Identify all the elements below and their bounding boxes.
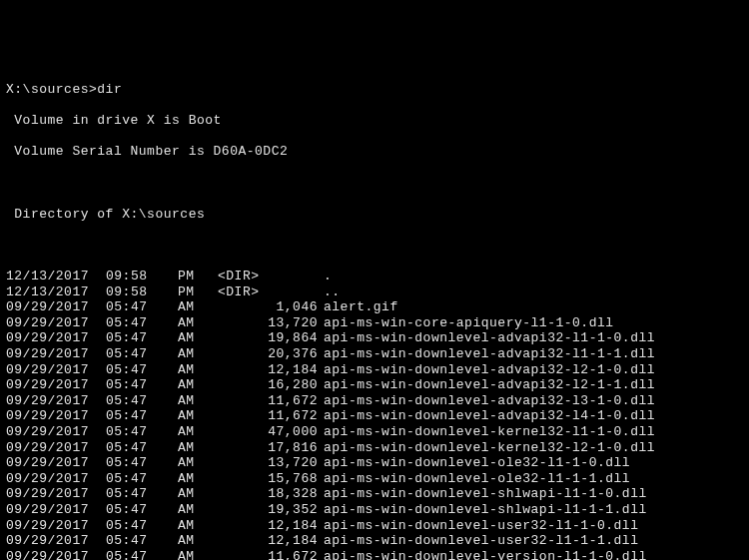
file-size: 20,376	[208, 346, 318, 362]
volume-label: Volume in drive X is Boot	[6, 113, 743, 129]
file-ampm: AM	[178, 471, 202, 487]
command-prompt: X:\sources>dir	[6, 82, 743, 98]
file-time: 05:47	[106, 533, 178, 549]
file-time: 05:47	[106, 408, 178, 424]
file-row: 09/29/201705:47AM11,672api-ms-win-downle…	[6, 408, 743, 424]
file-size: 11,672	[208, 408, 318, 424]
file-row: 09/29/201705:47AM13,720api-ms-win-downle…	[6, 455, 743, 471]
file-date: 09/29/2017	[6, 408, 94, 424]
file-row: 09/29/201705:47AM11,672api-ms-win-downle…	[6, 393, 743, 409]
file-row: 09/29/201705:47AM19,864api-ms-win-downle…	[6, 330, 743, 346]
file-ampm: AM	[178, 362, 202, 378]
file-size: 47,000	[208, 424, 318, 440]
dir-marker: <DIR>	[208, 269, 318, 284]
file-ampm: AM	[178, 408, 202, 424]
file-listing: 12/13/201709:58PM<DIR>.12/13/201709:58PM…	[6, 269, 743, 560]
file-row: 12/13/201709:58PM<DIR>..	[6, 284, 743, 300]
file-date: 09/29/2017	[6, 518, 94, 534]
file-time: 05:47	[106, 299, 178, 315]
file-time: 05:47	[106, 346, 178, 362]
file-row: 09/29/201705:47AM13,720api-ms-win-core-a…	[6, 315, 743, 331]
file-size: 11,672	[208, 549, 318, 560]
dir-marker: <DIR>	[208, 284, 318, 300]
file-name: api-ms-win-downlevel-advapi32-l3-1-0.dll	[324, 393, 655, 409]
file-date: 09/29/2017	[6, 455, 94, 471]
file-ampm: AM	[178, 299, 202, 315]
volume-serial: Volume Serial Number is D60A-0DC2	[6, 144, 743, 160]
file-row: 09/29/201705:47AM15,768api-ms-win-downle…	[6, 471, 743, 487]
blank-line	[6, 238, 743, 254]
file-time: 05:47	[106, 486, 178, 502]
blank-line	[6, 176, 743, 192]
file-size: 17,816	[208, 440, 318, 456]
file-name: api-ms-win-downlevel-advapi32-l4-1-0.dll	[324, 408, 655, 424]
file-time: 05:47	[106, 330, 178, 346]
file-date: 09/29/2017	[6, 362, 94, 378]
file-ampm: PM	[178, 284, 202, 300]
file-name: ..	[324, 284, 341, 300]
file-ampm: PM	[178, 269, 202, 284]
file-size: 19,352	[208, 502, 318, 518]
file-name: api-ms-win-downlevel-ole32-l1-1-0.dll	[324, 455, 630, 471]
file-date: 09/29/2017	[6, 346, 94, 362]
file-row: 09/29/201705:47AM19,352api-ms-win-downle…	[6, 502, 743, 518]
file-size: 1,046	[208, 299, 318, 315]
file-ampm: AM	[178, 315, 202, 331]
file-ampm: AM	[178, 455, 202, 471]
file-date: 09/29/2017	[6, 377, 94, 393]
file-name: alert.gif	[324, 299, 398, 315]
file-date: 12/13/2017	[6, 269, 94, 284]
file-name: api-ms-win-core-apiquery-l1-1-0.dll	[324, 315, 614, 331]
file-time: 09:58	[106, 284, 178, 300]
file-name: api-ms-win-downlevel-shlwapi-l1-1-1.dll	[324, 502, 647, 518]
directory-of: Directory of X:\sources	[6, 207, 743, 223]
file-date: 09/29/2017	[6, 486, 94, 502]
file-name: api-ms-win-downlevel-version-l1-1-0.dll	[324, 549, 647, 560]
file-size: 16,280	[208, 377, 318, 393]
file-time: 05:47	[106, 315, 178, 331]
file-row: 09/29/201705:47AM16,280api-ms-win-downle…	[6, 377, 743, 393]
file-name: api-ms-win-downlevel-user32-l1-1-0.dll	[324, 518, 638, 534]
file-date: 09/29/2017	[6, 330, 94, 346]
file-size: 19,864	[208, 330, 318, 346]
file-ampm: AM	[178, 377, 202, 393]
file-row: 09/29/201705:47AM12,184api-ms-win-downle…	[6, 533, 743, 549]
file-row: 09/29/201705:47AM20,376api-ms-win-downle…	[6, 346, 743, 362]
file-size: 15,768	[208, 471, 318, 487]
file-size: 12,184	[208, 362, 318, 378]
file-size: 12,184	[208, 533, 318, 549]
file-time: 05:47	[106, 362, 178, 378]
file-name: api-ms-win-downlevel-advapi32-l1-1-1.dll	[324, 346, 655, 362]
file-time: 05:47	[106, 502, 178, 518]
file-ampm: AM	[178, 518, 202, 534]
terminal-output[interactable]: X:\sources>dir Volume in drive X is Boot…	[6, 66, 743, 560]
file-name: .	[324, 269, 332, 284]
file-row: 09/29/201705:47AM17,816api-ms-win-downle…	[6, 440, 743, 456]
file-name: api-ms-win-downlevel-user32-l1-1-1.dll	[324, 533, 638, 549]
file-date: 09/29/2017	[6, 424, 94, 440]
file-time: 05:47	[106, 471, 178, 487]
file-time: 05:47	[106, 424, 178, 440]
file-ampm: AM	[178, 502, 202, 518]
file-row: 09/29/201705:47AM1,046alert.gif	[6, 299, 743, 315]
file-time: 05:47	[106, 377, 178, 393]
file-name: api-ms-win-downlevel-kernel32-l2-1-0.dll	[324, 440, 655, 456]
file-date: 09/29/2017	[6, 299, 94, 315]
file-size: 13,720	[208, 315, 318, 331]
file-row: 09/29/201705:47AM18,328api-ms-win-downle…	[6, 486, 743, 502]
file-row: 09/29/201705:47AM12,184api-ms-win-downle…	[6, 518, 743, 534]
file-name: api-ms-win-downlevel-kernel32-l1-1-0.dll	[324, 424, 655, 440]
file-row: 09/29/201705:47AM11,672api-ms-win-downle…	[6, 549, 743, 560]
file-size: 13,720	[208, 455, 318, 471]
file-date: 09/29/2017	[6, 502, 94, 518]
file-name: api-ms-win-downlevel-advapi32-l2-1-1.dll	[324, 377, 655, 393]
file-ampm: AM	[178, 440, 202, 456]
file-date: 09/29/2017	[6, 315, 94, 331]
file-ampm: AM	[178, 346, 202, 362]
file-size: 12,184	[208, 518, 318, 534]
file-time: 05:47	[106, 518, 178, 534]
file-name: api-ms-win-downlevel-advapi32-l2-1-0.dll	[324, 362, 655, 378]
file-date: 09/29/2017	[6, 471, 94, 487]
file-name: api-ms-win-downlevel-advapi32-l1-1-0.dll	[324, 330, 655, 346]
file-row: 09/29/201705:47AM47,000api-ms-win-downle…	[6, 424, 743, 440]
